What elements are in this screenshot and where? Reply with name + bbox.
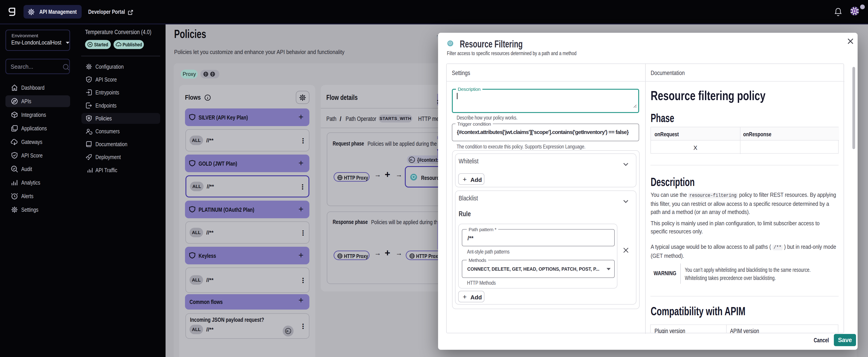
svg-text:IF...: IF... bbox=[410, 159, 414, 161]
svg-text:IF...: IF... bbox=[286, 330, 290, 333]
